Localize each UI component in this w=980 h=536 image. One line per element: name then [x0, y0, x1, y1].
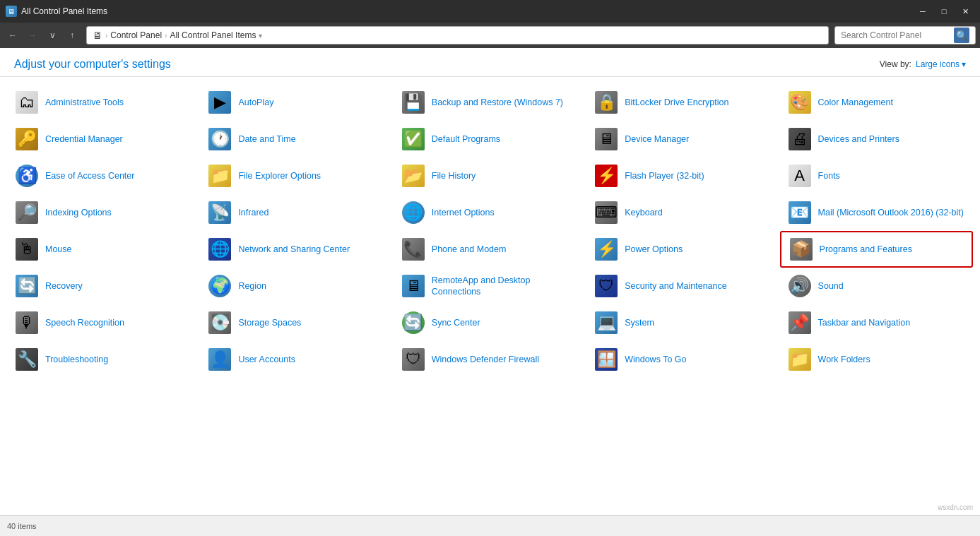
control-item-network-sharing[interactable]: 🌐Network and Sharing Center — [200, 231, 393, 268]
ease-access-label: Ease of Access Center — [45, 170, 134, 181]
power-opts-label: Power Options — [625, 244, 683, 255]
path-control-panel[interactable]: Control Panel — [110, 30, 162, 40]
mouse-icon: 🖱 — [16, 238, 38, 261]
address-path[interactable]: 🖥 › Control Panel › All Control Panel It… — [86, 26, 829, 44]
default-programs-icon: ✅ — [402, 128, 425, 150]
fonts-label: Fonts — [818, 170, 840, 181]
sync-icon: 🔄 — [402, 311, 425, 334]
control-item-work-folders[interactable]: 📁Work Folders — [780, 341, 973, 378]
control-item-bitlocker[interactable]: 🔒BitLocker Drive Encryption — [586, 84, 779, 121]
path-separator-2: › — [165, 32, 167, 40]
internet-opts-label: Internet Options — [432, 207, 495, 218]
control-item-keyboard[interactable]: ⌨Keyboard — [586, 194, 779, 231]
work-folders-icon: 📁 — [789, 348, 811, 371]
network-sharing-icon: 🌐 — [208, 238, 231, 261]
control-item-default-programs[interactable]: ✅Default Programs — [394, 121, 586, 157]
search-button[interactable]: 🔍 — [954, 28, 969, 43]
control-item-device-mgr[interactable]: 🖥Device Manager — [586, 121, 779, 157]
control-item-remoteapp[interactable]: 🖥RemoteApp and Desktop Connections — [394, 268, 586, 304]
control-item-infrared[interactable]: 📡Infrared — [200, 194, 393, 231]
control-item-file-explorer[interactable]: 📁File Explorer Options — [200, 157, 393, 194]
control-item-speech[interactable]: 🎙Speech Recognition — [7, 304, 200, 341]
control-item-system[interactable]: 💻System — [586, 304, 779, 341]
control-item-storage[interactable]: 💽Storage Spaces — [200, 304, 393, 341]
control-item-indexing[interactable]: 🔎Indexing Options — [7, 194, 200, 231]
control-item-devices-printers[interactable]: 🖨Devices and Printers — [780, 121, 973, 157]
device-mgr-label: Device Manager — [625, 133, 689, 145]
bitlocker-icon: 🔒 — [595, 91, 618, 114]
control-item-fonts[interactable]: AFonts — [780, 157, 973, 194]
recovery-icon: 🔄 — [16, 275, 38, 297]
control-item-phone-modem[interactable]: 📞Phone and Modem — [394, 231, 586, 268]
title-bar: 🖥 All Control Panel Items ─ □ ✕ — [0, 0, 980, 23]
sound-icon: 🔊 — [789, 275, 811, 297]
control-item-mouse[interactable]: 🖱Mouse — [7, 231, 200, 268]
flash-player-label: Flash Player (32-bit) — [625, 170, 704, 181]
control-item-win-to-go[interactable]: 🪟Windows To Go — [586, 341, 779, 378]
forward-button[interactable]: → — [24, 27, 41, 44]
status-bar: 40 items — [0, 515, 980, 536]
path-icon: 🖥 — [93, 30, 102, 41]
control-item-security-maint[interactable]: 🛡Security and Maintenance — [586, 268, 779, 304]
control-item-recovery[interactable]: 🔄Recovery — [7, 268, 200, 304]
win-to-go-icon: 🪟 — [595, 348, 618, 371]
control-item-backup-restore[interactable]: 💾Backup and Restore (Windows 7) — [394, 84, 586, 121]
restore-button[interactable]: □ — [935, 4, 953, 18]
search-input[interactable] — [841, 30, 951, 40]
control-item-internet-opts[interactable]: 🌐Internet Options — [394, 194, 586, 231]
ease-access-icon: ♿ — [16, 165, 38, 187]
content-header: Adjust your computer's settings View by:… — [0, 48, 980, 77]
view-by-value[interactable]: Large icons ▾ — [916, 59, 966, 69]
control-item-taskbar[interactable]: 📌Taskbar and Navigation — [780, 304, 973, 341]
control-item-file-history[interactable]: 📂File History — [394, 157, 586, 194]
system-label: System — [625, 317, 654, 328]
address-bar: ← → ∨ ↑ 🖥 › Control Panel › All Control … — [0, 23, 980, 48]
control-item-programs-features[interactable]: 📦Programs and Features — [780, 231, 973, 268]
control-item-autoplay[interactable]: ▶AutoPlay — [200, 84, 393, 121]
control-item-troubleshoot[interactable]: 🔧Troubleshooting — [7, 341, 200, 378]
backup-restore-icon: 💾 — [402, 91, 425, 114]
indexing-label: Indexing Options — [45, 207, 112, 218]
control-item-region[interactable]: 🌍Region — [200, 268, 393, 304]
status-text: 40 items — [7, 522, 37, 530]
control-item-mail[interactable]: 📧Mail (Microsoft Outlook 2016) (32-bit) — [780, 194, 973, 231]
control-item-sound[interactable]: 🔊Sound — [780, 268, 973, 304]
programs-features-label: Programs and Features — [820, 244, 912, 255]
control-item-administrative-tools[interactable]: 🗂Administrative Tools — [7, 84, 200, 121]
region-icon: 🌍 — [208, 275, 231, 297]
mouse-label: Mouse — [45, 244, 72, 255]
security-maint-icon: 🛡 — [595, 275, 618, 297]
recovery-label: Recovery — [45, 280, 83, 292]
control-item-power-opts[interactable]: ⚡Power Options — [586, 231, 779, 268]
security-maint-label: Security and Maintenance — [625, 280, 727, 292]
path-chevron: ▾ — [259, 32, 262, 40]
path-all-items[interactable]: All Control Panel Items — [170, 30, 256, 40]
control-item-flash-player[interactable]: ⚡Flash Player (32-bit) — [586, 157, 779, 194]
minimize-button[interactable]: ─ — [914, 4, 932, 18]
win-to-go-label: Windows To Go — [625, 354, 686, 365]
back-button[interactable]: ← — [4, 27, 21, 44]
main-content: Adjust your computer's settings View by:… — [0, 48, 980, 515]
taskbar-icon: 📌 — [789, 311, 811, 334]
view-by-control: View by: Large icons ▾ — [880, 59, 966, 69]
control-item-win-defender[interactable]: 🛡Windows Defender Firewall — [394, 341, 586, 378]
backup-restore-label: Backup and Restore (Windows 7) — [432, 97, 563, 108]
control-item-color-mgmt[interactable]: 🎨Color Management — [780, 84, 973, 121]
control-item-user-accounts[interactable]: 👤User Accounts — [200, 341, 393, 378]
control-item-ease-access[interactable]: ♿Ease of Access Center — [7, 157, 200, 194]
storage-icon: 💽 — [208, 311, 231, 334]
search-box[interactable]: 🔍 — [834, 26, 976, 44]
speech-label: Speech Recognition — [45, 317, 124, 328]
control-item-sync[interactable]: 🔄Sync Center — [394, 304, 586, 341]
mail-label: Mail (Microsoft Outlook 2016) (32-bit) — [818, 207, 964, 218]
control-item-credential-mgr[interactable]: 🔑Credential Manager — [7, 121, 200, 157]
close-button[interactable]: ✕ — [956, 4, 974, 18]
default-programs-label: Default Programs — [432, 133, 500, 145]
devices-printers-icon: 🖨 — [789, 128, 811, 150]
keyboard-label: Keyboard — [625, 207, 663, 218]
control-item-date-time[interactable]: 🕐Date and Time — [200, 121, 393, 157]
up-button[interactable]: ↑ — [64, 27, 81, 44]
dropdown-button[interactable]: ∨ — [44, 27, 61, 44]
phone-modem-label: Phone and Modem — [432, 244, 507, 255]
autoplay-icon: ▶ — [208, 91, 231, 114]
